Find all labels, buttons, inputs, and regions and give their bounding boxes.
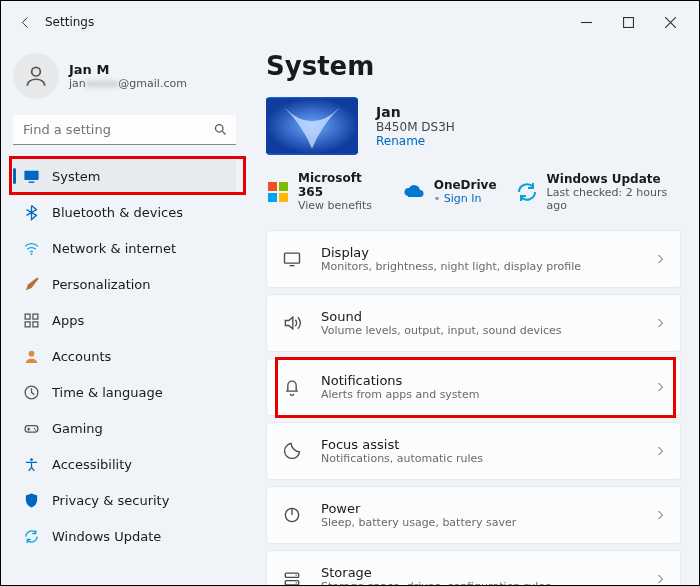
svg-rect-20: [279, 193, 288, 202]
settings-rows: DisplayMonitors, brightness, night light…: [266, 230, 681, 585]
svg-rect-7: [33, 314, 38, 319]
bell-icon: [281, 376, 303, 398]
profile-block[interactable]: Jan M janxxxxx@gmail.com: [13, 53, 236, 99]
minimize-icon: [581, 17, 592, 28]
settings-row-sound[interactable]: SoundVolume levels, output, input, sound…: [266, 294, 681, 352]
person-icon: [23, 348, 40, 365]
sidebar-item-privacy[interactable]: Privacy & security: [13, 483, 236, 517]
chevron-right-icon: [654, 506, 666, 525]
sidebar-item-gaming[interactable]: Gaming: [13, 411, 236, 445]
settings-row-notifications[interactable]: NotificationsAlerts from apps and system: [266, 358, 681, 416]
svg-point-13: [34, 427, 35, 428]
sidebar-item-update[interactable]: Windows Update: [13, 519, 236, 553]
sidebar-item-network[interactable]: Network & internet: [13, 231, 236, 265]
chevron-right-icon: [654, 314, 666, 333]
svg-rect-3: [24, 170, 38, 179]
sidebar-item-label: Bluetooth & devices: [52, 205, 183, 220]
settings-row-power[interactable]: PowerSleep, battery usage, battery saver: [266, 486, 681, 544]
row-title: Display: [321, 245, 636, 260]
title-bar: Settings: [1, 1, 699, 43]
display-icon: [281, 248, 303, 270]
sidebar-item-label: Personalization: [52, 277, 151, 292]
page-title: System: [266, 51, 681, 81]
sidebar-item-label: Gaming: [52, 421, 103, 436]
svg-point-5: [31, 253, 33, 255]
bluetooth-icon: [23, 204, 40, 221]
wifi-icon: [23, 240, 40, 257]
row-subtitle: Volume levels, output, input, sound devi…: [321, 324, 636, 337]
clock-globe-icon: [23, 384, 40, 401]
top-card-sub[interactable]: • Sign In: [434, 192, 497, 205]
sidebar-item-label: Windows Update: [52, 529, 161, 544]
window-title: Settings: [45, 15, 94, 29]
search-box[interactable]: [13, 115, 236, 145]
profile-name: Jan M: [69, 62, 187, 77]
sidebar-item-accounts[interactable]: Accounts: [13, 339, 236, 373]
svg-rect-21: [285, 253, 300, 263]
sidebar-item-accessibility[interactable]: Accessibility: [13, 447, 236, 481]
sidebar-item-label: Accounts: [52, 349, 111, 364]
svg-rect-17: [268, 182, 277, 191]
svg-rect-4: [29, 181, 35, 182]
maximize-button[interactable]: [607, 6, 649, 38]
settings-row-display[interactable]: DisplayMonitors, brightness, night light…: [266, 230, 681, 288]
top-card-sub: View benefits: [298, 199, 384, 212]
top-card-title: OneDrive: [434, 178, 497, 192]
avatar: [13, 53, 59, 99]
svg-rect-0: [623, 17, 633, 27]
svg-point-1: [32, 67, 41, 76]
device-name: Jan: [376, 104, 455, 120]
settings-row-storage[interactable]: StorageStorage space, drives, configurat…: [266, 550, 681, 585]
top-card-update[interactable]: Windows UpdateLast checked: 2 hours ago: [515, 171, 681, 212]
sidebar-item-label: Network & internet: [52, 241, 176, 256]
close-button[interactable]: [649, 6, 691, 38]
settings-row-focus[interactable]: Focus assistNotifications, automatic rul…: [266, 422, 681, 480]
back-button[interactable]: [9, 6, 41, 38]
svg-point-26: [296, 582, 297, 583]
sidebar-item-system[interactable]: System: [13, 159, 236, 193]
sidebar-item-bluetooth[interactable]: Bluetooth & devices: [13, 195, 236, 229]
person-icon: [23, 63, 49, 89]
row-subtitle: Alerts from apps and system: [321, 388, 636, 401]
chevron-right-icon: [654, 570, 666, 586]
row-subtitle: Sleep, battery usage, battery saver: [321, 516, 636, 529]
top-card-title: Windows Update: [547, 172, 681, 186]
sidebar: Jan M janxxxxx@gmail.com SystemBluetooth…: [1, 43, 248, 585]
sidebar-item-label: Time & language: [52, 385, 163, 400]
row-title: Notifications: [321, 373, 636, 388]
device-block: Jan B450M DS3H Rename: [266, 97, 681, 155]
arrow-left-icon: [18, 15, 33, 30]
search-input[interactable]: [13, 115, 236, 145]
row-subtitle: Monitors, brightness, night light, displ…: [321, 260, 636, 273]
row-title: Power: [321, 501, 636, 516]
chevron-right-icon: [654, 250, 666, 269]
chevron-right-icon: [654, 442, 666, 461]
search-icon: [213, 122, 228, 137]
top-card-m365[interactable]: Microsoft 365View benefits: [266, 171, 384, 212]
sidebar-item-apps[interactable]: Apps: [13, 303, 236, 337]
rename-link[interactable]: Rename: [376, 134, 455, 148]
monitor-icon: [23, 168, 40, 185]
minimize-button[interactable]: [565, 6, 607, 38]
sidebar-item-label: System: [52, 169, 100, 184]
sidebar-item-timelang[interactable]: Time & language: [13, 375, 236, 409]
update-icon: [515, 180, 539, 204]
moon-icon: [281, 440, 303, 462]
brush-icon: [23, 276, 40, 293]
sidebar-item-label: Accessibility: [52, 457, 132, 472]
chevron-right-icon: [654, 378, 666, 397]
shield-icon: [23, 492, 40, 509]
top-card-sub: Last checked: 2 hours ago: [547, 186, 681, 212]
top-card-onedrive[interactable]: OneDrive• Sign In: [402, 171, 497, 212]
apps-icon: [23, 312, 40, 329]
svg-point-25: [296, 575, 297, 576]
svg-point-2: [216, 125, 224, 133]
sidebar-item-personalization[interactable]: Personalization: [13, 267, 236, 301]
svg-rect-8: [25, 321, 30, 326]
onedrive-icon: [402, 180, 426, 204]
update-icon: [23, 528, 40, 545]
profile-email: janxxxxx@gmail.com: [69, 77, 187, 90]
main-panel: System Jan B450M DS3H Rename Microsoft 3…: [248, 43, 699, 585]
svg-rect-18: [279, 182, 288, 191]
sound-icon: [281, 312, 303, 334]
